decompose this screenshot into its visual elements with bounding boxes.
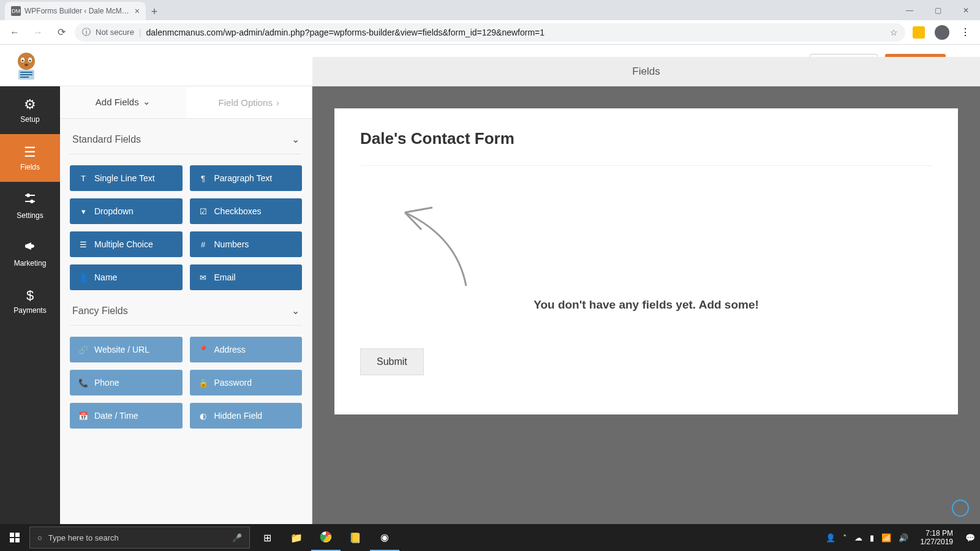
tab-options-label: Field Options — [219, 97, 273, 108]
standard-title: Standard Fields — [72, 134, 141, 145]
mic-icon[interactable]: 🎤 — [232, 533, 242, 542]
clock[interactable]: 7:18 PM 1/27/2019 — [916, 529, 958, 547]
tab-add-fields[interactable]: Add Fields ⌄ — [60, 86, 186, 118]
address-bar[interactable]: ⓘ Not secure | dalenmcmanus.com/wp-admin… — [75, 23, 905, 42]
sidebar-item-settings[interactable]: Settings — [0, 182, 60, 230]
obs-icon[interactable]: ◉ — [370, 524, 399, 551]
battery-icon[interactable]: ▮ — [870, 533, 874, 542]
envelope-icon: ✉ — [198, 273, 208, 282]
field-email[interactable]: ✉Email — [190, 264, 303, 290]
list-ul-icon: ☰ — [78, 240, 88, 249]
sidebar-item-payments[interactable]: $ Payments — [0, 277, 60, 325]
menu-icon[interactable]: ⋮ — [956, 23, 975, 42]
minimize-button[interactable]: — — [895, 0, 924, 20]
browser-tab[interactable]: DM WPForms Builder ‹ Dale McManu… × — [5, 2, 146, 20]
notifications-icon[interactable]: 💬 — [965, 533, 975, 542]
map-pin-icon: 📍 — [198, 345, 208, 354]
list-icon: ☰ — [24, 144, 36, 160]
chevron-down-icon: ⌄ — [292, 133, 300, 145]
notes-icon[interactable]: 📒 — [341, 524, 370, 551]
volume-icon[interactable]: 🔊 — [899, 533, 908, 542]
sidebar-item-setup[interactable]: ⚙ Setup — [0, 86, 60, 134]
close-window-button[interactable]: ✕ — [952, 0, 980, 20]
field-dropdown[interactable]: ▾Dropdown — [70, 198, 183, 224]
field-checkboxes[interactable]: ☑Checkboxes — [190, 198, 303, 224]
wpforms-logo-icon[interactable] — [11, 50, 42, 81]
fields-panel: Add Fields ⌄ Field Options › Standard Fi… — [60, 86, 312, 524]
bullhorn-icon — [23, 239, 37, 257]
dollar-icon: $ — [26, 288, 34, 304]
form-preview: Dale's Contact Form You don't have any f… — [334, 108, 958, 414]
maximize-button[interactable]: ▢ — [924, 0, 952, 20]
onedrive-icon[interactable]: ☁ — [854, 533, 862, 542]
field-password[interactable]: 🔒Password — [190, 370, 303, 395]
calendar-icon: 📅 — [78, 411, 88, 421]
fields-scroll[interactable]: Standard Fields ⌄ TSingle Line Text ¶Par… — [60, 119, 312, 524]
chrome-icon[interactable] — [311, 524, 341, 551]
task-view-button[interactable]: ⊞ — [252, 524, 282, 551]
chevron-right-icon: › — [276, 97, 279, 108]
sidebar-item-fields[interactable]: ☰ Fields — [0, 134, 60, 182]
sidebar-label-marketing: Marketing — [14, 259, 47, 268]
browser-toolbar: ← → ⟳ ⓘ Not secure | dalenmcmanus.com/wp… — [0, 20, 980, 45]
field-single-line-text[interactable]: TSingle Line Text — [70, 165, 183, 191]
profile-avatar-icon[interactable] — [932, 23, 952, 42]
field-address[interactable]: 📍Address — [190, 337, 303, 362]
search-icon: ○ — [37, 533, 42, 542]
people-icon[interactable]: 👤 — [826, 533, 835, 542]
fields-header: Fields — [312, 57, 980, 86]
svg-rect-14 — [10, 533, 14, 537]
svg-rect-7 — [20, 72, 32, 73]
sidebar-item-marketing[interactable]: Marketing — [0, 230, 60, 277]
wifi-icon[interactable]: 📶 — [881, 533, 891, 542]
start-button[interactable] — [0, 524, 29, 551]
builder-sidebar: ⚙ Setup ☰ Fields Settings Marketing $ Pa… — [0, 86, 60, 524]
new-tab-button[interactable]: + — [146, 3, 163, 20]
field-multiple-choice[interactable]: ☰Multiple Choice — [70, 231, 183, 257]
reload-button[interactable]: ⟳ — [51, 23, 71, 42]
form-title: Dale's Contact Form — [360, 129, 932, 166]
phone-icon: 📞 — [78, 378, 88, 388]
time-text: 7:18 PM — [921, 529, 953, 538]
star-icon[interactable]: ☆ — [890, 28, 898, 37]
close-tab-icon[interactable]: × — [135, 6, 140, 16]
svg-rect-15 — [15, 533, 20, 537]
back-button[interactable]: ← — [5, 23, 24, 42]
field-name[interactable]: 👤Name — [70, 264, 183, 290]
section-fancy-fields[interactable]: Fancy Fields ⌄ — [70, 290, 302, 326]
paragraph-icon: ¶ — [198, 174, 208, 183]
sidebar-label-payments: Payments — [13, 306, 46, 315]
obs-recording-icon — [952, 500, 969, 517]
svg-point-0 — [18, 53, 35, 70]
svg-point-13 — [31, 200, 33, 203]
tray-chevron-icon[interactable]: ˄ — [843, 533, 847, 542]
field-website-url[interactable]: 🔗Website / URL — [70, 337, 183, 362]
svg-rect-9 — [20, 77, 29, 78]
svg-rect-8 — [20, 74, 32, 75]
svg-point-3 — [22, 59, 24, 61]
windows-taskbar: ○ Type here to search 🎤 ⊞ 📁 📒 ◉ 👤 ˄ ☁ ▮ … — [0, 524, 980, 551]
preview-wrapper: Fields Dale's Contact Form You don't hav… — [312, 86, 980, 524]
tab-favicon-icon: DM — [11, 6, 21, 16]
fancy-title: Fancy Fields — [72, 305, 128, 317]
file-explorer-icon[interactable]: 📁 — [282, 524, 311, 551]
svg-point-11 — [27, 194, 29, 197]
taskbar-search[interactable]: ○ Type here to search 🎤 — [29, 527, 250, 549]
field-paragraph-text[interactable]: ¶Paragraph Text — [190, 165, 303, 191]
field-numbers[interactable]: #Numbers — [190, 231, 303, 257]
empty-message: You don't have any fields yet. Add some! — [360, 298, 932, 312]
field-hidden[interactable]: ◐Hidden Field — [190, 403, 303, 429]
browser-tab-strip: DM WPForms Builder ‹ Dale McManu… × + — … — [0, 0, 980, 20]
forward-button[interactable]: → — [28, 23, 48, 42]
check-square-icon: ☑ — [198, 207, 208, 216]
field-date-time[interactable]: 📅Date / Time — [70, 403, 183, 429]
extension-icon[interactable] — [909, 23, 929, 42]
user-icon: 👤 — [78, 273, 88, 282]
chevron-down-icon: ⌄ — [143, 96, 151, 107]
submit-button[interactable]: Submit — [360, 348, 424, 375]
section-standard-fields[interactable]: Standard Fields ⌄ — [70, 119, 302, 154]
tab-field-options[interactable]: Field Options › — [186, 86, 312, 118]
url-text: dalenmcmanus.com/wp-admin/admin.php?page… — [146, 28, 545, 37]
field-phone[interactable]: 📞Phone — [70, 370, 183, 395]
system-tray: 👤 ˄ ☁ ▮ 📶 🔊 7:18 PM 1/27/2019 💬 — [826, 529, 980, 547]
